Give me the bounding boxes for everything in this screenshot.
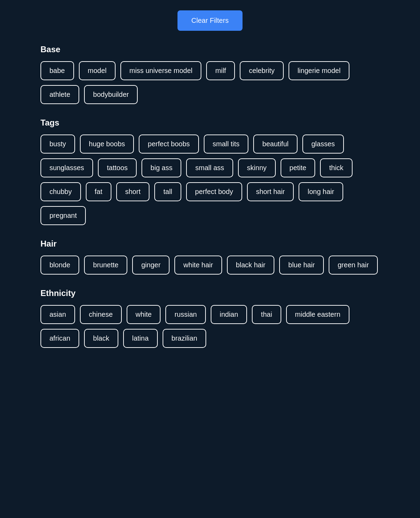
tag-btn-short[interactable]: short bbox=[116, 182, 149, 201]
tag-btn-perfect-body[interactable]: perfect body bbox=[186, 182, 242, 201]
tag-btn-blonde[interactable]: blonde bbox=[40, 256, 79, 275]
tag-btn-thai[interactable]: thai bbox=[252, 305, 281, 324]
tag-btn-thick[interactable]: thick bbox=[320, 158, 352, 177]
clear-filters-button[interactable]: Clear Filters bbox=[177, 10, 243, 31]
tag-btn-white-hair[interactable]: white hair bbox=[174, 256, 222, 275]
tag-btn-african[interactable]: african bbox=[40, 329, 79, 348]
tag-btn-skinny[interactable]: skinny bbox=[238, 158, 276, 177]
tag-btn-short-hair[interactable]: short hair bbox=[247, 182, 294, 201]
tag-btn-blue-hair[interactable]: blue hair bbox=[279, 256, 324, 275]
section-base: Basebabemodelmiss universe modelmilfcele… bbox=[40, 45, 380, 104]
tag-btn-green-hair[interactable]: green hair bbox=[329, 256, 378, 275]
tag-btn-glasses[interactable]: glasses bbox=[302, 135, 344, 154]
tag-btn-milf[interactable]: milf bbox=[206, 61, 235, 80]
tag-btn-indian[interactable]: indian bbox=[211, 305, 247, 324]
tag-btn-celebrity[interactable]: celebrity bbox=[240, 61, 283, 80]
tag-btn-model[interactable]: model bbox=[79, 61, 116, 80]
tags-container-tags: bustyhuge boobsperfect boobssmall titsbe… bbox=[40, 135, 380, 225]
tag-btn-fat[interactable]: fat bbox=[86, 182, 111, 201]
tag-btn-ginger[interactable]: ginger bbox=[132, 256, 170, 275]
section-hair: Hairblondebrunettegingerwhite hairblack … bbox=[40, 239, 380, 275]
tag-btn-miss-universe-model[interactable]: miss universe model bbox=[120, 61, 201, 80]
section-ethnicity: Ethnicityasianchinesewhiterussianindiant… bbox=[40, 288, 380, 348]
tag-btn-black-hair[interactable]: black hair bbox=[227, 256, 275, 275]
tag-btn-small-ass[interactable]: small ass bbox=[186, 158, 233, 177]
tag-btn-middle-eastern[interactable]: middle eastern bbox=[286, 305, 349, 324]
tag-btn-huge-boobs[interactable]: huge boobs bbox=[80, 135, 134, 154]
tag-btn-small-tits[interactable]: small tits bbox=[204, 135, 249, 154]
section-title-ethnicity: Ethnicity bbox=[40, 288, 380, 298]
tag-btn-pregnant[interactable]: pregnant bbox=[40, 206, 86, 225]
tag-btn-sunglasses[interactable]: sunglasses bbox=[40, 158, 93, 177]
tag-btn-chubby[interactable]: chubby bbox=[40, 182, 81, 201]
tag-btn-beautiful[interactable]: beautiful bbox=[253, 135, 298, 154]
tag-btn-black[interactable]: black bbox=[84, 329, 118, 348]
section-title-hair: Hair bbox=[40, 239, 380, 249]
tag-btn-perfect-boobs[interactable]: perfect boobs bbox=[139, 135, 199, 154]
tags-container-hair: blondebrunettegingerwhite hairblack hair… bbox=[40, 256, 380, 275]
tag-btn-big-ass[interactable]: big ass bbox=[141, 158, 181, 177]
tag-btn-lingerie-model[interactable]: lingerie model bbox=[289, 61, 350, 80]
section-title-base: Base bbox=[40, 45, 380, 54]
tag-btn-tall[interactable]: tall bbox=[154, 182, 181, 201]
tags-container-base: babemodelmiss universe modelmilfcelebrit… bbox=[40, 61, 380, 104]
section-title-tags: Tags bbox=[40, 118, 380, 128]
section-tags: Tagsbustyhuge boobsperfect boobssmall ti… bbox=[40, 118, 380, 225]
tag-btn-bodybuilder[interactable]: bodybuilder bbox=[84, 85, 138, 104]
tag-btn-brunette[interactable]: brunette bbox=[84, 256, 127, 275]
content-wrapper: Basebabemodelmiss universe modelmilfcele… bbox=[40, 45, 380, 362]
tag-btn-latina[interactable]: latina bbox=[123, 329, 158, 348]
tag-btn-babe[interactable]: babe bbox=[40, 61, 74, 80]
tags-container-ethnicity: asianchinesewhiterussianindianthaimiddle… bbox=[40, 305, 380, 348]
tag-btn-chinese[interactable]: chinese bbox=[80, 305, 122, 324]
tag-btn-long-hair[interactable]: long hair bbox=[299, 182, 343, 201]
tag-btn-russian[interactable]: russian bbox=[165, 305, 206, 324]
tag-btn-petite[interactable]: petite bbox=[281, 158, 316, 177]
tag-btn-brazilian[interactable]: brazilian bbox=[163, 329, 206, 348]
tag-btn-tattoos[interactable]: tattoos bbox=[98, 158, 137, 177]
tag-btn-white[interactable]: white bbox=[127, 305, 161, 324]
tag-btn-athlete[interactable]: athlete bbox=[40, 85, 79, 104]
tag-btn-busty[interactable]: busty bbox=[40, 135, 75, 154]
tag-btn-asian[interactable]: asian bbox=[40, 305, 75, 324]
